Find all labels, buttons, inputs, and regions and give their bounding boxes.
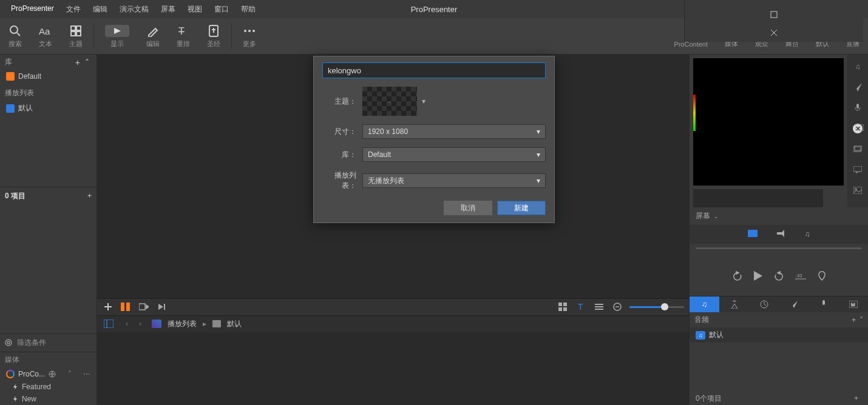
tab-audio[interactable]: ♫ <box>801 229 814 240</box>
svg-marker-34 <box>146 305 149 309</box>
cancel-button[interactable]: 取消 <box>444 201 492 215</box>
clear-button[interactable]: ✕ <box>852 122 864 135</box>
text-view-icon[interactable]: T <box>575 303 587 311</box>
menu-window[interactable]: 窗口 <box>208 4 235 15</box>
menu-help[interactable]: 帮助 <box>235 4 262 15</box>
tab-announce[interactable] <box>773 229 789 240</box>
tab-slide[interactable] <box>744 229 761 240</box>
svg-rect-36 <box>164 304 165 310</box>
maximize-button[interactable] <box>760 5 788 24</box>
nav-forward-button[interactable]: › <box>135 318 146 329</box>
tab2-timer[interactable] <box>719 296 749 312</box>
skip-fwd-button[interactable] <box>773 271 784 284</box>
filter-row[interactable]: 筛选条件 <box>0 333 97 352</box>
chevron-up-icon: ˄ <box>68 370 72 378</box>
send-icon[interactable] <box>852 81 864 93</box>
back10-button[interactable]: -10 <box>795 271 807 284</box>
minimize-button[interactable] <box>760 0 788 5</box>
nav-back-button[interactable]: ‹ <box>121 318 132 329</box>
tab2-clock[interactable] <box>749 296 779 312</box>
menu-presentation[interactable]: 演示文稿 <box>114 4 155 15</box>
theme-preview[interactable]: - ▾ <box>362 87 417 116</box>
playlist-bc-icon <box>152 320 161 328</box>
presentation-name-input[interactable] <box>322 62 546 78</box>
menu-view[interactable]: 视图 <box>181 4 208 15</box>
reflow-button[interactable]: T重排 <box>168 18 198 54</box>
breadcrumb-item[interactable]: 默认 <box>227 319 242 329</box>
tab2-audio[interactable]: ♫ <box>690 296 719 312</box>
audio-item-default[interactable]: ♫ 默认 <box>690 327 868 343</box>
menu-edit[interactable]: 编辑 <box>87 4 114 15</box>
screens-selector[interactable]: 屏幕⌄ <box>690 207 868 225</box>
text-button[interactable]: Aa文本 <box>30 18 61 54</box>
more-icon[interactable]: ⋯ <box>83 370 90 378</box>
media-item-procontent[interactable]: ProCo... ˄ ⋯ <box>0 367 97 381</box>
media-sub-new[interactable]: New <box>0 393 97 405</box>
audio-add-button[interactable]: + <box>852 316 856 324</box>
svg-rect-33 <box>139 304 145 310</box>
search-button[interactable]: 搜索 <box>0 18 30 54</box>
breadcrumb-playlist[interactable]: 播放列表 <box>168 319 197 329</box>
svg-text:M: M <box>851 302 855 307</box>
add-slide-button[interactable] <box>102 303 114 311</box>
menu-screen[interactable]: 屏幕 <box>155 4 181 15</box>
theme-button[interactable]: 主题 <box>61 18 91 54</box>
projects-header: 0 项目 + <box>0 187 97 205</box>
skip-back-button[interactable] <box>732 271 743 284</box>
list-view-icon[interactable] <box>593 303 605 311</box>
playlist-item-default[interactable]: 默认 <box>0 101 97 116</box>
svg-marker-61 <box>778 272 780 274</box>
tab2-send[interactable] <box>779 296 809 312</box>
add-project-button[interactable]: + <box>87 192 92 200</box>
create-button[interactable]: 新建 <box>497 201 546 215</box>
grid-view-icon[interactable] <box>557 303 569 311</box>
edit-button[interactable]: 编辑 <box>138 18 168 54</box>
transition-icon[interactable] <box>137 303 151 311</box>
preview-output[interactable] <box>693 58 844 186</box>
timeline-scrubber[interactable] <box>696 247 862 249</box>
library-item-default[interactable]: Default <box>0 70 97 83</box>
window-title: ProPresenter <box>411 5 458 14</box>
svg-rect-10 <box>76 32 81 36</box>
next-icon[interactable] <box>155 303 168 311</box>
zoom-slider[interactable] <box>629 306 684 308</box>
svg-marker-50 <box>853 83 862 92</box>
status-add-button[interactable]: + <box>850 394 862 403</box>
svg-text:-10: -10 <box>795 273 802 278</box>
library-select[interactable]: Default▾ <box>362 147 546 162</box>
playlist-select[interactable]: 无播放列表▾ <box>362 173 546 188</box>
breadcrumb-bar: ‹ › 播放列表 ▸ 默认 <box>97 315 689 332</box>
image-icon[interactable] <box>852 184 864 196</box>
audio-collapse-button[interactable]: ˄ <box>860 316 863 324</box>
media-sub-featured[interactable]: Featured <box>0 381 97 393</box>
columns-icon[interactable] <box>119 303 132 311</box>
new-presentation-dialog: 主题： - ▾ 尺寸： 1920 x 1080▾ 库： Default▾ 播放列… <box>313 56 555 223</box>
tab2-macro[interactable]: M <box>838 296 868 312</box>
add-library-button[interactable]: + <box>73 58 83 67</box>
close-button[interactable] <box>760 24 788 42</box>
marker-button[interactable] <box>818 271 826 284</box>
music-icon[interactable]: ♫ <box>852 61 864 73</box>
zoom-out-icon[interactable] <box>611 303 623 311</box>
theme-dropdown-icon[interactable]: ▾ <box>422 97 426 105</box>
menu-file[interactable]: 文件 <box>60 4 87 15</box>
collapse-library-button[interactable]: ˄ <box>83 58 92 67</box>
svg-point-17 <box>244 30 246 32</box>
message-icon[interactable] <box>852 164 864 176</box>
audio-header: 音频 + ˄ <box>690 312 868 327</box>
svg-rect-58 <box>748 230 758 237</box>
play-button[interactable] <box>754 271 762 284</box>
show-button[interactable]: 显示 <box>97 18 138 54</box>
tab2-mic[interactable] <box>809 296 838 312</box>
svg-rect-39 <box>558 307 562 311</box>
layers-icon[interactable] <box>852 143 864 155</box>
playlist-header: 播放列表 <box>0 85 97 101</box>
bible-button[interactable]: 圣经 <box>198 18 229 54</box>
more-button[interactable]: 更多 <box>234 18 265 54</box>
svg-rect-47 <box>104 320 114 328</box>
panel-toggle-icon[interactable] <box>102 320 115 328</box>
size-select[interactable]: 1920 x 1080▾ <box>362 124 546 139</box>
mic-icon[interactable] <box>852 102 864 114</box>
layer-tabs: ♫ <box>690 225 868 244</box>
audio-meter <box>693 95 696 131</box>
